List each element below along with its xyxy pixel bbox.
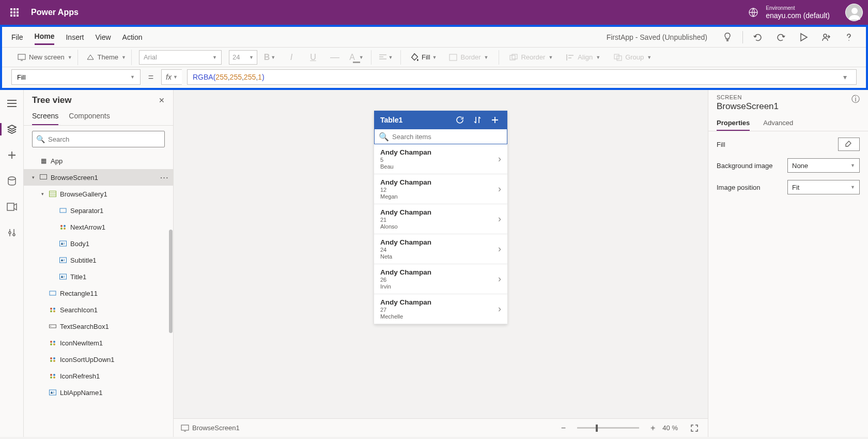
tree-item[interactable]: Separator1 [24,202,173,219]
tree-item[interactable]: TextSearchBox1 [24,318,173,335]
theme-button[interactable]: Theme ▼ [81,50,132,65]
tree-view-rail[interactable] [3,120,21,139]
redo-icon[interactable] [773,29,788,45]
tree-item[interactable]: Body1 [24,235,173,252]
tab-screens[interactable]: Screens [32,108,58,125]
gallery-item[interactable]: Andy Champan5Beau› [374,144,507,174]
tab-home[interactable]: Home [35,29,55,45]
canvas-area[interactable]: Table1 🔍 Andy Champan5Beau›Andy Champan1… [174,90,708,437]
gallery-item[interactable]: Andy Champan27Mechelle› [374,294,507,324]
share-icon[interactable] [818,29,834,45]
expand-formula-icon[interactable]: ▾ [839,73,851,81]
zoom-slider[interactable] [577,427,639,429]
tools-rail[interactable] [3,223,21,242]
tab-view[interactable]: View [95,30,111,44]
chevron-right-icon[interactable]: › [498,304,501,314]
tab-components[interactable]: Components [69,108,110,125]
tree-search[interactable]: 🔍 [32,131,165,147]
tree-item[interactable]: SearchIcon1 [24,301,173,318]
svg-point-28 [53,341,55,343]
group-button[interactable]: Group ▼ [609,50,657,65]
help-icon[interactable]: ⓘ [851,94,860,105]
tree-item[interactable]: Subtitle1 [24,252,173,268]
tab-file[interactable]: File [11,30,23,44]
user-avatar[interactable] [845,4,863,21]
fill-color-swatch[interactable] [838,138,860,151]
align-text-button[interactable]: ▼ [377,50,395,65]
fill-button[interactable]: Fill ▼ [406,53,441,62]
data-rail[interactable] [3,172,21,190]
gallery-item[interactable]: Andy Champan24Neta› [374,234,507,264]
new-screen-button[interactable]: New screen ▼ [12,50,78,65]
formula-input[interactable]: RGBA(255, 255, 255, 1) ▾ [187,69,857,85]
tree-item[interactable]: IconNewItem1 [24,335,173,351]
chevron-right-icon[interactable]: › [498,244,501,254]
hamburger-icon[interactable] [3,94,21,113]
background-image-select[interactable]: None ▼ [787,158,860,173]
tree-item[interactable]: ▾BrowseGallery1 [24,186,173,202]
insert-rail[interactable] [3,146,21,164]
tree-node-icon [59,223,67,231]
tree-item[interactable]: IconSortUpDown1 [24,351,173,368]
font-size-selector[interactable]: 24 ▼ [229,50,257,65]
play-icon[interactable] [796,29,811,45]
tree-item[interactable]: ▾BrowseScreen1··· [24,169,173,186]
undo-icon[interactable] [750,29,766,45]
sort-icon[interactable] [471,114,484,126]
expand-icon[interactable]: ▾ [30,175,36,180]
search-items-input[interactable] [392,133,503,141]
app-checker-icon[interactable] [720,29,735,45]
app-launcher[interactable] [5,3,24,22]
app-icon: ▦ [39,157,48,165]
tree-item[interactable]: IconRefresh1 [24,368,173,384]
svg-point-14 [60,225,63,227]
scrollbar-thumb[interactable] [169,230,173,333]
search-box[interactable]: 🔍 [374,129,507,144]
tab-action[interactable]: Action [122,30,143,44]
footer-screen-selector[interactable]: BrowseScreen1 [181,424,240,432]
font-color-button[interactable]: A▼ [347,50,366,65]
tree-item[interactable]: NextArrow1 [24,219,173,235]
fx-label[interactable]: fx▼ [161,69,182,85]
tab-insert[interactable]: Insert [66,30,84,44]
media-rail[interactable] [3,198,21,216]
font-selector[interactable]: Arial ▼ [139,50,222,65]
tree-item[interactable]: Rectangle11 [24,285,173,301]
close-icon[interactable]: ✕ [159,96,165,104]
tab-properties[interactable]: Properties [717,116,750,131]
gallery-item[interactable]: Andy Champan26Irvin› [374,264,507,294]
svg-point-35 [50,374,52,376]
help-icon[interactable] [841,29,857,45]
align-button[interactable]: Align ▼ [561,50,606,65]
tab-advanced[interactable]: Advanced [763,116,793,131]
gallery-item[interactable]: Andy Champan21Alonso› [374,204,507,234]
property-selector[interactable]: Fill ▼ [11,69,141,85]
italic-button[interactable]: I [282,50,301,65]
underline-button[interactable]: U [304,50,322,65]
add-icon[interactable] [489,114,501,126]
tree-item-label: NextArrow1 [70,223,105,231]
tree-item[interactable]: Title1 [24,268,173,285]
strike-button[interactable]: — [326,50,344,65]
fullscreen-icon[interactable] [688,424,701,432]
expand-icon[interactable]: ▾ [39,191,45,196]
tree-item[interactable]: LblAppName1 [24,384,173,401]
tree-search-input[interactable] [32,131,165,147]
svg-point-34 [53,360,55,362]
zoom-out-button[interactable]: − [559,423,568,433]
chevron-right-icon[interactable]: › [498,184,501,194]
refresh-icon[interactable] [454,114,466,126]
gallery-item[interactable]: Andy Champan12Megan› [374,174,507,204]
zoom-in-button[interactable]: + [648,423,657,433]
tree-app[interactable]: ▦ App [24,153,173,169]
chevron-right-icon[interactable]: › [498,154,501,164]
app-title-bar: Table1 [374,111,507,129]
environment-selector[interactable]: Environment enayu.com (default) [746,5,830,20]
chevron-right-icon[interactable]: › [498,274,501,284]
reorder-button[interactable]: Reorder ▼ [504,50,558,65]
chevron-right-icon[interactable]: › [498,214,501,224]
image-position-select[interactable]: Fit ▼ [787,180,860,194]
bold-button[interactable]: B▼ [260,50,279,65]
more-icon[interactable]: ··· [160,174,169,181]
border-button[interactable]: Border ▼ [444,50,493,65]
